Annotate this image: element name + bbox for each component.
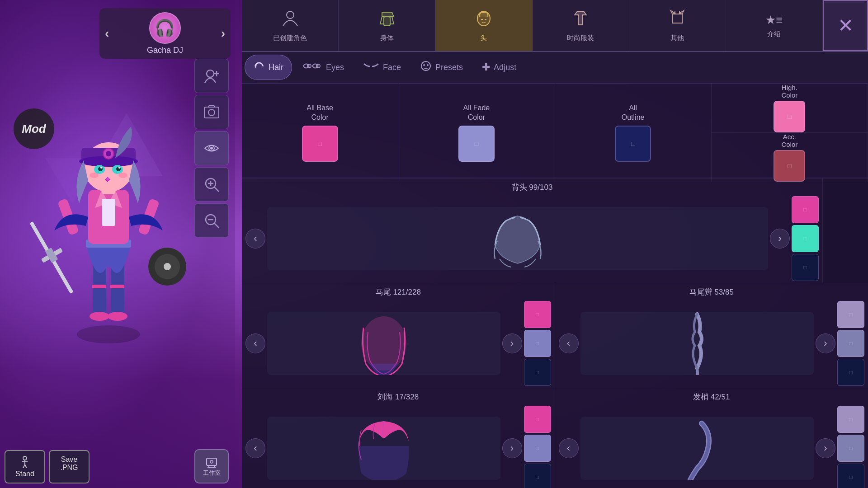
acc-color-label: Acc.Color: [781, 133, 797, 148]
all-outline-swatch[interactable]: [615, 126, 651, 162]
tab-hair[interactable]: Hair: [245, 55, 292, 80]
all-outline-label: AllOutline: [622, 103, 645, 122]
tab-body[interactable]: 身体: [339, 0, 435, 51]
bangs-body: ‹ ›: [242, 404, 555, 488]
save-label: Save.PNG: [60, 455, 78, 472]
svg-rect-7: [102, 199, 115, 226]
acc-color-option[interactable]: Acc.Color: [712, 133, 868, 182]
svg-point-14: [106, 151, 111, 156]
tab-fashion[interactable]: 时尚服装: [533, 0, 629, 51]
created-char-label: 已创建角色: [273, 34, 307, 42]
hairpin-prev[interactable]: ‹: [559, 438, 579, 458]
workshop-button[interactable]: 工作室: [194, 449, 229, 483]
zoom-in-button[interactable]: [194, 167, 229, 202]
prev-character-button[interactable]: ‹: [105, 26, 109, 41]
all-base-swatch[interactable]: [302, 126, 338, 162]
tab-presets[interactable]: Presets: [411, 55, 472, 80]
hair-row-2: 马尾 121/228 ‹ ›: [242, 283, 868, 388]
bangs-title: 刘海 17/328: [242, 388, 555, 404]
back-hair-next[interactable]: ›: [770, 229, 790, 249]
character-name: Gacha DJ: [147, 46, 183, 55]
high-color-swatch[interactable]: [774, 101, 805, 132]
head-icon: [474, 9, 493, 31]
tab-face[interactable]: Face: [354, 55, 410, 80]
stand-button[interactable]: Stand: [5, 450, 45, 483]
tab-head[interactable]: 头: [435, 0, 532, 51]
ponytail-prev[interactable]: ‹: [245, 333, 265, 353]
tab-created-characters[interactable]: 已创建角色: [242, 0, 339, 51]
created-char-icon: [281, 9, 300, 31]
hairpin-body: ‹ ›: [555, 404, 868, 488]
next-character-button[interactable]: ›: [221, 26, 225, 41]
photo-button[interactable]: [194, 95, 229, 129]
side-toolbar: [194, 59, 231, 238]
back-hair-swatch-2[interactable]: [792, 225, 819, 252]
adjust-sub-icon: ✚: [482, 61, 490, 73]
ponytail-braid-swatch-3[interactable]: [837, 359, 864, 386]
ponytail-braid-swatch-1[interactable]: [837, 301, 864, 328]
svg-rect-32: [92, 285, 106, 288]
tab-intro[interactable]: ★≡ 介绍: [726, 0, 823, 51]
bangs-swatch-3[interactable]: [524, 464, 551, 488]
svg-point-66: [423, 64, 425, 66]
right-panel: 已创建角色 身体: [242, 0, 868, 488]
back-hair-body: ‹ ›: [242, 194, 822, 283]
hair-sections: 背头 99/103 ‹ ›: [242, 178, 868, 488]
close-icon: ✕: [838, 14, 854, 37]
hairpin-title: 发梢 42/51: [555, 388, 868, 404]
hairpin-swatch-3[interactable]: [837, 464, 864, 488]
bangs-swatch-2[interactable]: [524, 435, 551, 462]
all-fade-color-option[interactable]: All FadeColor: [398, 84, 555, 182]
svg-point-20: [118, 167, 120, 169]
color-options-row: All BaseColor All FadeColor AllOutline H…: [242, 84, 868, 178]
bangs-next[interactable]: ›: [502, 438, 522, 458]
high-color-option[interactable]: High.Color: [712, 84, 868, 133]
back-hair-title: 背头 99/103: [242, 178, 822, 194]
hairpin-swatch-2[interactable]: [837, 435, 864, 462]
svg-point-68: [361, 316, 406, 371]
ponytail-braid-swatch-2[interactable]: [837, 330, 864, 357]
bangs-prev[interactable]: ‹: [245, 438, 265, 458]
ponytail-next[interactable]: ›: [502, 333, 522, 353]
back-hair-swatches: [792, 196, 819, 281]
all-fade-label: All FadeColor: [463, 103, 490, 122]
sub-tabs: Hair Eyes Face: [242, 52, 868, 84]
tab-eyes[interactable]: Eyes: [294, 55, 353, 80]
svg-line-51: [23, 465, 25, 468]
ponytail-swatch-3[interactable]: [524, 359, 551, 386]
all-base-color-option[interactable]: All BaseColor: [242, 84, 398, 182]
ponytail-braid-prev[interactable]: ‹: [559, 333, 579, 353]
close-button[interactable]: ✕: [823, 0, 868, 51]
save-png-button[interactable]: Save.PNG: [49, 450, 90, 483]
all-fade-swatch[interactable]: [458, 126, 495, 162]
svg-point-22: [118, 173, 127, 178]
hairpin-preview: [580, 417, 814, 480]
svg-rect-33: [110, 285, 124, 288]
acc-color-swatch[interactable]: [774, 150, 805, 182]
svg-point-34: [207, 70, 214, 77]
eyes-sub-icon: [302, 60, 322, 75]
ponytail-swatch-2[interactable]: [524, 330, 551, 357]
eyes-label: Eyes: [326, 63, 344, 72]
ponytail-braid-next[interactable]: ›: [816, 333, 835, 353]
back-hair-swatch-1[interactable]: [792, 196, 819, 223]
ponytail-swatch-1[interactable]: [524, 301, 551, 328]
face-sub-icon: [363, 60, 379, 75]
svg-point-38: [208, 109, 215, 116]
tab-other[interactable]: 其他: [629, 0, 726, 51]
tab-adjust[interactable]: ✚ Adjust: [473, 55, 525, 80]
hairpin-swatch-1[interactable]: [837, 406, 864, 433]
hairpin-next[interactable]: ›: [816, 438, 835, 458]
hair-row-3: 刘海 17/328 ‹: [242, 388, 868, 488]
add-character-button[interactable]: [194, 59, 229, 93]
all-base-label: All BaseColor: [307, 103, 333, 122]
zoom-out-button[interactable]: [194, 203, 229, 238]
svg-line-52: [25, 465, 27, 468]
bangs-swatches: [524, 406, 551, 488]
eye-button[interactable]: [194, 131, 229, 165]
bangs-swatch-1[interactable]: [524, 406, 551, 433]
all-outline-option[interactable]: AllOutline: [555, 84, 712, 182]
back-hair-swatch-3[interactable]: [792, 254, 819, 281]
workshop-label: 工作室: [203, 469, 221, 477]
back-hair-prev[interactable]: ‹: [245, 229, 265, 249]
